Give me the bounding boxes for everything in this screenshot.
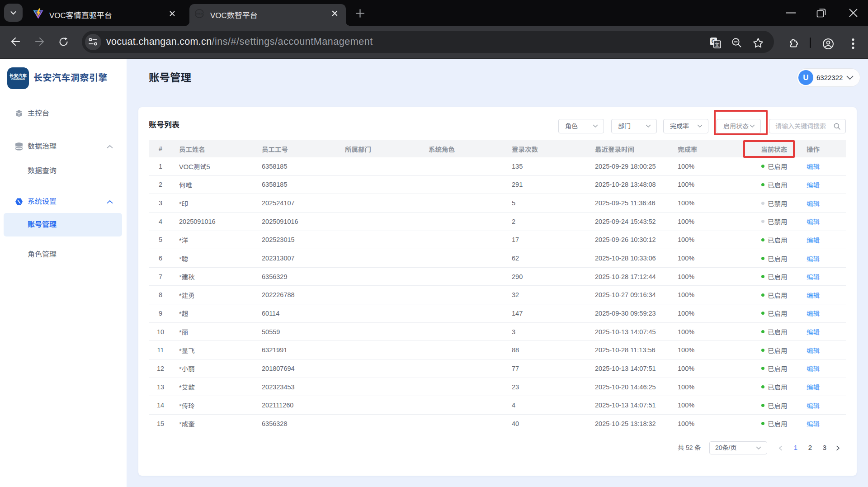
svg-text:文: 文 xyxy=(715,41,720,48)
svg-text:NISSAN: NISSAN xyxy=(195,13,203,15)
